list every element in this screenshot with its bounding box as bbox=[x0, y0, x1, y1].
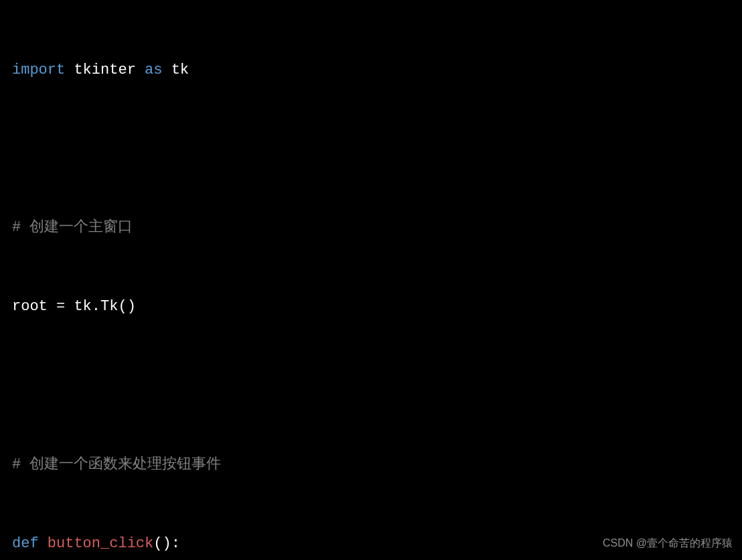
code-line-6: # 创建一个函数来处理按钮事件 bbox=[12, 449, 730, 481]
code-block: import tkinter as tk # 创建一个主窗口 root = tk… bbox=[12, 7, 730, 560]
comment: # 创建一个主窗口 bbox=[12, 216, 133, 239]
parentheses: (): bbox=[153, 532, 180, 555]
code-line-1: import tkinter as tk bbox=[12, 54, 730, 86]
alias-name: tk bbox=[162, 58, 189, 82]
code-line-blank bbox=[12, 370, 730, 402]
code-line-blank bbox=[12, 133, 730, 165]
code-line-4: root = tk.Tk() bbox=[12, 291, 730, 323]
function-name: button_click bbox=[48, 532, 153, 555]
code-text: root = tk.Tk() bbox=[12, 295, 136, 318]
space bbox=[39, 532, 48, 555]
code-line-3: # 创建一个主窗口 bbox=[12, 212, 730, 244]
comment: # 创建一个函数来处理按钮事件 bbox=[12, 453, 221, 476]
keyword-as: as bbox=[145, 58, 162, 82]
keyword-import: import bbox=[12, 58, 65, 82]
keyword-def: def bbox=[12, 532, 39, 555]
watermark-text: CSDN @壹个命苦的程序猿 bbox=[603, 535, 733, 552]
module-name: tkinter bbox=[65, 58, 145, 82]
